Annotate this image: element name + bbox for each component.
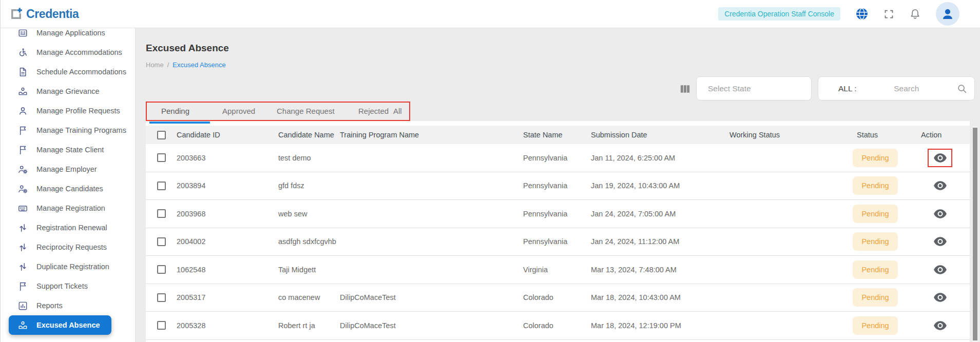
sidebar-item-manage-registration[interactable]: Manage Registration: [1, 198, 136, 218]
sidebar-item-manage-state-client[interactable]: Manage State Client: [1, 140, 136, 159]
eye-icon: [933, 209, 947, 219]
eye-icon: [933, 265, 947, 275]
table-row: 2003663test demoPennsylvaniaJan 11, 2024…: [146, 144, 970, 172]
row-checkbox[interactable]: [157, 182, 166, 190]
user-avatar-button[interactable]: [936, 2, 959, 26]
sidebar-item-manage-candidates[interactable]: Manage Candidates: [1, 179, 136, 198]
console-badge: Credentia Operation Staff Console: [718, 7, 840, 21]
person-gear-icon: [17, 184, 28, 194]
view-action-button[interactable]: [928, 260, 952, 279]
cell-training-program-name: DilipCoMaceTest: [340, 312, 396, 339]
row-checkbox[interactable]: [157, 293, 166, 302]
view-action-button[interactable]: [928, 205, 952, 223]
column-settings-icon[interactable]: [679, 83, 691, 95]
sidebar-item-reports[interactable]: Reports: [1, 296, 136, 315]
column-header-submission-date: Submission Date: [591, 126, 647, 144]
table-row: 2004002asdfgh sdxfcgvhbPennsylvaniaJan 2…: [146, 228, 970, 256]
excused-absence-table: Candidate IDCandidate NameTraining Progr…: [146, 121, 970, 342]
flag-icon: [17, 281, 28, 292]
breadcrumb-current: Excused Absence: [172, 61, 225, 69]
flag-icon: [17, 125, 28, 136]
sidebar-item-manage-accommodations[interactable]: Manage Accommodations: [1, 43, 136, 62]
sidebar-item-registration-renewal[interactable]: Registration Renewal: [1, 218, 136, 237]
sidebar-item-reciprocity-requests[interactable]: Reciprocity Requests: [1, 237, 136, 257]
sidebar-item-manage-employer[interactable]: Manage Employer: [1, 159, 136, 179]
sidebar-item-label: Reports: [36, 301, 63, 310]
sidebar-item-duplicate-registration[interactable]: Duplicate Registration: [1, 257, 136, 276]
tab-all[interactable]: All: [393, 102, 402, 121]
eye-icon: [933, 292, 947, 303]
credentia-logo-icon: [9, 7, 24, 22]
sidebar-item-support-tickets[interactable]: Support Tickets: [1, 276, 136, 296]
sidebar-item-label: Manage Employer: [36, 165, 97, 173]
search-scope-label: ALL :: [838, 84, 857, 93]
breadcrumb-separator: /: [167, 61, 169, 69]
tab-change-request[interactable]: Change Request: [277, 102, 335, 121]
sidebar-item-label: Manage Registration: [36, 204, 105, 212]
view-action-button[interactable]: [928, 316, 952, 335]
table-header-row: Candidate IDCandidate NameTraining Progr…: [146, 126, 970, 144]
tab-pending[interactable]: Pending: [161, 102, 189, 121]
app-window: Credentia Credentia Operation Staff Cons…: [0, 0, 980, 342]
person-gear-icon: [17, 164, 28, 175]
document-icon: [17, 67, 28, 77]
row-checkbox[interactable]: [157, 265, 166, 274]
row-checkbox[interactable]: [157, 237, 166, 246]
globe-icon[interactable]: [855, 7, 869, 21]
status-badge: Pending: [853, 176, 898, 195]
view-action-button[interactable]: [928, 232, 952, 251]
column-header-candidate-id: Candidate ID: [177, 126, 220, 144]
tab-approved[interactable]: Approved: [222, 102, 255, 121]
cell-state-name: Virginia: [523, 256, 548, 284]
brand-name: Credentia: [26, 7, 79, 21]
view-action-button[interactable]: [928, 176, 952, 195]
notifications-bell-icon[interactable]: [909, 8, 921, 20]
search-icon[interactable]: [956, 83, 968, 94]
cell-candidate-id: 1062548: [177, 256, 205, 284]
sidebar-item-manage-profile-requests[interactable]: Manage Profile Requests: [1, 101, 136, 120]
cell-candidate-name: gfd fdsz: [278, 172, 304, 200]
breadcrumb-home-link[interactable]: Home: [146, 61, 164, 69]
sidebar-item-excused-absence[interactable]: Excused Absence: [9, 315, 111, 335]
table-body: 2003663test demoPennsylvaniaJan 11, 2024…: [146, 144, 970, 340]
state-select[interactable]: Select State: [696, 76, 812, 100]
brand-logo[interactable]: Credentia: [9, 7, 79, 22]
view-action-button-annotated[interactable]: [928, 149, 952, 167]
page-title: Excused Absence: [146, 43, 229, 54]
sidebar-item-manage-training-programs[interactable]: Manage Training Programs: [1, 120, 136, 140]
state-select-placeholder: Select State: [708, 84, 751, 93]
eye-icon: [933, 153, 947, 163]
search-input[interactable]: [857, 84, 956, 93]
row-checkbox[interactable]: [157, 209, 166, 218]
tab-rejected[interactable]: Rejected: [358, 102, 389, 121]
sidebar-item-manage-grievance[interactable]: Manage Grievance: [1, 82, 136, 101]
cell-candidate-name: asdfgh sdxfcgvhb: [278, 228, 336, 256]
status-badge: Pending: [853, 149, 898, 167]
view-action-button[interactable]: [928, 288, 952, 307]
column-header-training-program-name: Training Program Name: [340, 126, 419, 144]
cell-candidate-id: 2004002: [177, 228, 205, 256]
column-header-working-status: Working Status: [729, 126, 780, 144]
row-checkbox[interactable]: [157, 321, 166, 330]
status-badge: Pending: [853, 205, 898, 223]
column-header-state-name: State Name: [523, 126, 563, 144]
select-all-checkbox[interactable]: [157, 131, 166, 139]
person-icon: [17, 106, 28, 116]
flag-icon: [17, 145, 28, 155]
status-badge: Pending: [853, 288, 898, 307]
swap-arrows-icon: [17, 242, 28, 253]
sidebar-item-schedule-accommodations[interactable]: Schedule Accommodations: [1, 62, 136, 82]
row-checkbox[interactable]: [157, 153, 166, 162]
scrollbar-thumb[interactable]: [973, 128, 977, 340]
cell-training-program-name: DilipCoMaceTest: [340, 284, 396, 312]
eye-icon: [933, 180, 947, 191]
vertical-scrollbar[interactable]: [972, 126, 978, 342]
status-badge: Pending: [853, 260, 898, 279]
cell-candidate-name: co macenew: [278, 284, 320, 312]
sidebar-item-label: Support Tickets: [36, 282, 88, 290]
sidebar-item-label: Manage Grievance: [36, 87, 100, 95]
fullscreen-icon[interactable]: [883, 9, 894, 19]
cell-candidate-id: 2003968: [177, 200, 205, 228]
sidebar-item-label: Excused Absence: [36, 321, 100, 329]
cell-candidate-name: Taji Midgett: [278, 256, 316, 284]
